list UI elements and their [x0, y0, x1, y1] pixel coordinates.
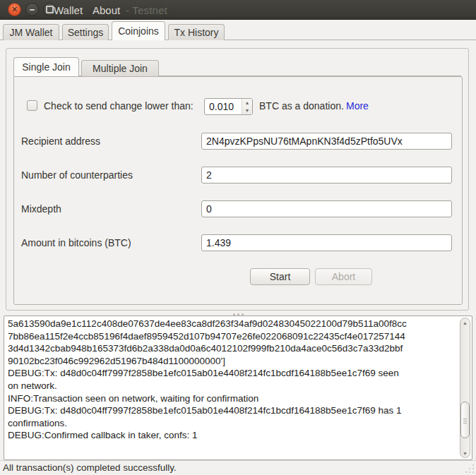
counterparties-label: Number of counterparties: [21, 169, 133, 181]
donation-label: Check to send change lower than:: [44, 100, 194, 112]
titlebar: ✕ - Testnet Wallet About: [0, 0, 476, 20]
window-title: - Testnet: [126, 0, 167, 20]
mixdepth-label: Mixdepth: [21, 203, 61, 215]
spin-down-icon[interactable]: ▼: [242, 107, 252, 114]
tab-tx-history[interactable]: Tx History: [168, 24, 225, 40]
spin-buttons: ▲ ▼: [242, 99, 252, 114]
close-icon[interactable]: ✕: [8, 3, 21, 16]
amount-label: Amount in bitcoins (BTC): [21, 237, 131, 248]
log-scrollbar[interactable]: ▲ ▼: [460, 318, 470, 458]
scrollbar-thumb[interactable]: [460, 402, 470, 438]
recipient-address-label: Recipient address: [21, 136, 100, 147]
donation-suffix-label: BTC as a donation.: [259, 100, 344, 112]
donation-checkbox[interactable]: [27, 100, 37, 111]
donation-amount-input[interactable]: [205, 99, 242, 114]
statusbar: All transaction(s) completed successfull…: [0, 460, 476, 475]
menubar-item-wallet[interactable]: Wallet: [54, 0, 83, 20]
scrollbar-grip: [463, 417, 467, 425]
spin-up-icon[interactable]: ▲: [242, 99, 252, 107]
donation-row: Check to send change lower than: ▲ ▼ BTC…: [14, 98, 462, 115]
tab-multiple-join[interactable]: Multiple Join: [81, 60, 159, 76]
mixdepth-input[interactable]: [201, 200, 452, 217]
resize-grip[interactable]: [465, 464, 474, 473]
abort-button[interactable]: Abort: [315, 268, 372, 285]
recipient-address-input[interactable]: [201, 133, 452, 150]
status-message: All transaction(s) completed successfull…: [3, 462, 177, 473]
log-box: 5a613590da9e1c112c408de07637de4ee83ca8df…: [4, 315, 472, 460]
start-button[interactable]: Start: [250, 268, 310, 285]
amount-row: Amount in bitcoins (BTC): [14, 234, 462, 251]
main-tabbar: JM Wallet Settings Coinjoins Tx History: [0, 20, 476, 40]
amount-input[interactable]: [201, 234, 452, 251]
donation-more-link[interactable]: More: [346, 100, 369, 112]
scroll-up-icon[interactable]: ▲: [460, 320, 470, 325]
tab-coinjoins[interactable]: Coinjoins: [112, 21, 165, 40]
minimize-icon[interactable]: [25, 3, 39, 16]
app-window: ✕ - Testnet Wallet About JM Wallet Setti…: [0, 0, 476, 475]
single-join-pane: Check to send change lower than: ▲ ▼ BTC…: [13, 76, 463, 305]
sub-tabbar: Single Join Multiple Join: [13, 56, 461, 76]
scroll-down-icon[interactable]: ▼: [460, 451, 470, 456]
coinjoins-page: Single Join Multiple Join Check to send …: [0, 40, 476, 460]
tab-settings[interactable]: Settings: [62, 24, 109, 40]
tab-jm-wallet[interactable]: JM Wallet: [3, 24, 59, 40]
menubar-item-about[interactable]: About: [93, 0, 120, 20]
counterparties-input[interactable]: [201, 167, 452, 184]
log-output[interactable]: 5a613590da9e1c112c408de07637de4ee83ca8df…: [4, 316, 458, 459]
tab-single-join[interactable]: Single Join: [13, 57, 79, 76]
coinjoin-frame: Single Join Multiple Join Check to send …: [6, 48, 469, 311]
donation-amount-spinbox: ▲ ▼: [204, 98, 253, 115]
counterparties-row: Number of counterparties: [14, 167, 462, 184]
mixdepth-row: Mixdepth: [14, 200, 462, 217]
recipient-address-row: Recipient address: [14, 133, 462, 150]
